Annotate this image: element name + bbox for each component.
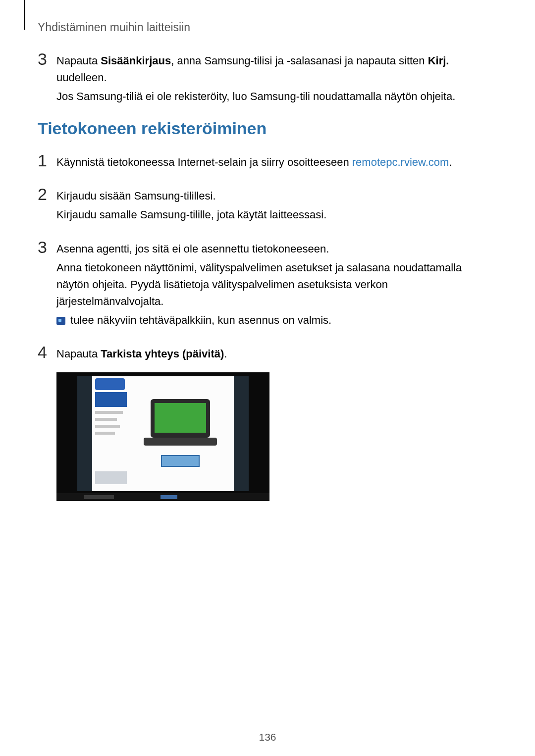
- step-1: 1 Käynnistä tietokoneessa Internet-selai…: [38, 151, 497, 173]
- step-body: Napauta Sisäänkirjaus, anna Samsung-tili…: [56, 50, 497, 107]
- step-body: Kirjaudu sisään Samsung-tilillesi. Kirja…: [56, 185, 326, 225]
- text: Anna tietokoneen näyttönimi, välityspalv…: [56, 259, 497, 310]
- step-body: Käynnistä tietokoneessa Internet-selain …: [56, 151, 452, 173]
- left-margin-rule: [24, 0, 25, 30]
- svg-rect-7: [95, 418, 117, 421]
- step-signin: 3 Napauta Sisäänkirjaus, anna Samsung-ti…: [38, 50, 497, 107]
- svg-rect-14: [161, 455, 199, 466]
- step-number: 3: [38, 50, 56, 107]
- text: Napauta: [56, 348, 101, 360]
- svg-rect-2: [77, 376, 92, 491]
- text: Asenna agentti, jos sitä ei ole asennett…: [56, 241, 497, 257]
- remotepc-link[interactable]: remotepc.rview.com: [352, 156, 449, 168]
- svg-rect-17: [160, 495, 177, 499]
- step-body: Asenna agentti, jos sitä ei ole asennett…: [56, 238, 497, 331]
- bold-text: Sisäänkirjaus: [101, 54, 171, 67]
- svg-rect-6: [95, 411, 123, 414]
- text: Napauta: [56, 54, 101, 67]
- step-body: Napauta Tarkista yhteys (päivitä).: [56, 343, 269, 501]
- text: Jos Samsung-tiliä ei ole rekisteröity, l…: [56, 88, 497, 105]
- text: .: [224, 348, 227, 360]
- text: uudelleen.: [56, 71, 107, 84]
- svg-rect-12: [155, 403, 206, 433]
- svg-rect-8: [95, 425, 120, 428]
- step-2: 2 Kirjaudu sisään Samsung-tilillesi. Kir…: [38, 185, 497, 225]
- text: .: [449, 156, 452, 168]
- tablet-screenshot-icon: [56, 372, 269, 501]
- tray-agent-icon: [56, 317, 65, 325]
- svg-rect-10: [95, 471, 127, 484]
- step-number: 3: [38, 238, 56, 331]
- page-number: 136: [0, 731, 535, 743]
- step-number: 4: [38, 343, 56, 501]
- svg-rect-5: [95, 392, 127, 407]
- step-3: 3 Asenna agentti, jos sitä ei ole asenne…: [38, 238, 497, 331]
- text: Kirjaudu samalle Samsung-tilille, jota k…: [56, 206, 326, 223]
- svg-rect-3: [234, 376, 249, 491]
- step-number: 2: [38, 185, 56, 225]
- svg-rect-4: [95, 378, 125, 390]
- bold-text: Kirj.: [428, 54, 449, 67]
- step-number: 1: [38, 151, 56, 173]
- bold-text: Tarkista yhteys (päivitä): [101, 348, 224, 360]
- svg-rect-9: [95, 432, 115, 435]
- screenshot-figure: [56, 372, 269, 501]
- text: Käynnistä tietokoneessa Internet-selain …: [56, 156, 352, 168]
- text: Kirjaudu sisään Samsung-tilillesi.: [56, 188, 326, 204]
- text: , anna Samsung-tilisi ja -salasanasi ja …: [171, 54, 428, 67]
- text: tulee näkyviin tehtäväpalkkiin, kun asen…: [67, 314, 331, 326]
- svg-rect-13: [144, 438, 217, 446]
- section-heading: Tietokoneen rekisteröiminen: [38, 119, 497, 138]
- main-content: 3 Napauta Sisäänkirjaus, anna Samsung-ti…: [38, 50, 497, 513]
- page-running-header: Yhdistäminen muihin laitteisiin: [38, 21, 190, 34]
- svg-rect-16: [84, 495, 114, 499]
- step-4: 4 Napauta Tarkista yhteys (päivitä).: [38, 343, 497, 501]
